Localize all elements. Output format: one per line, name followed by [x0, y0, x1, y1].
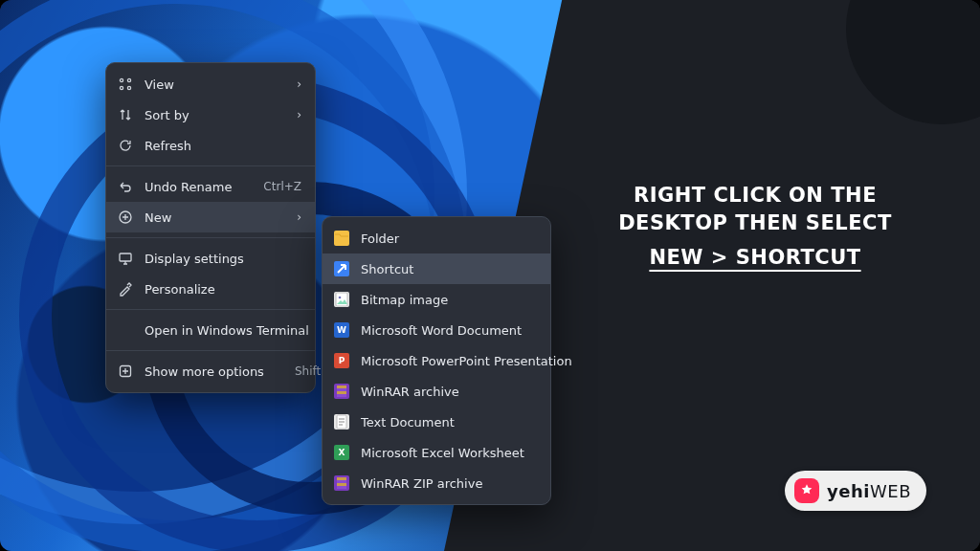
- brand-badge: yehiWEB: [785, 471, 926, 511]
- svg-point-1: [127, 78, 130, 81]
- svg-rect-5: [120, 253, 131, 261]
- undo-icon: [118, 179, 133, 194]
- menu-label: Undo Rename: [145, 180, 233, 194]
- text-document-icon: [334, 414, 349, 430]
- new-icon: [118, 209, 133, 225]
- svg-rect-14: [337, 477, 346, 480]
- more-options-icon: [118, 364, 133, 379]
- word-icon: W: [334, 322, 349, 338]
- menu-item-sort-by[interactable]: Sort by ›: [106, 99, 315, 130]
- submenu-label: Shortcut: [361, 262, 537, 276]
- menu-label: Open in Windows Terminal: [145, 323, 309, 338]
- submenu-item-folder[interactable]: Folder: [323, 223, 550, 253]
- display-icon: [118, 251, 133, 266]
- submenu-item-bitmap[interactable]: Bitmap image: [323, 284, 550, 315]
- submenu-label: Microsoft Word Document: [361, 323, 537, 338]
- menu-label: Sort by: [145, 108, 266, 122]
- menu-label: Display settings: [145, 252, 301, 266]
- submenu-item-word[interactable]: W Microsoft Word Document: [323, 315, 550, 345]
- chevron-right-icon: ›: [297, 210, 301, 224]
- submenu-label: Folder: [361, 231, 537, 246]
- menu-label: Personalize: [145, 282, 301, 297]
- menu-label: Show more options: [145, 364, 264, 379]
- instruction-text: RIGHT CLICK ON THE DESKTOP THEN SELECT N…: [597, 182, 913, 272]
- submenu-item-shortcut[interactable]: Shortcut: [323, 253, 550, 284]
- personalize-icon: [118, 281, 133, 297]
- menu-shortcut: Ctrl+Z: [263, 180, 301, 193]
- chevron-right-icon: ›: [297, 77, 301, 91]
- menu-item-undo-rename[interactable]: Undo Rename Ctrl+Z: [106, 171, 315, 202]
- bitmap-icon: [334, 292, 349, 307]
- submenu-label: WinRAR archive: [361, 385, 537, 399]
- instruction-line1: RIGHT CLICK ON THE: [634, 184, 877, 207]
- winrar-icon: [334, 384, 349, 399]
- svg-point-3: [127, 86, 130, 89]
- submenu-label: Microsoft PowerPoint Presentation: [361, 354, 572, 368]
- tutorial-card: View › Sort by › Refresh Undo Rename Ctr…: [0, 0, 980, 551]
- submenu-item-winrar-zip[interactable]: WinRAR ZIP archive: [323, 468, 550, 498]
- excel-icon: X: [334, 445, 349, 460]
- menu-item-open-terminal[interactable]: Open in Windows Terminal: [106, 315, 315, 345]
- sort-icon: [118, 107, 133, 122]
- submenu-item-text[interactable]: Text Document: [323, 407, 550, 437]
- refresh-icon: [118, 138, 133, 153]
- svg-point-0: [120, 78, 122, 81]
- desktop-context-menu: View › Sort by › Refresh Undo Rename Ctr…: [105, 62, 316, 393]
- blank-icon: [118, 322, 133, 338]
- svg-point-2: [120, 86, 122, 89]
- submenu-label: Bitmap image: [361, 293, 537, 307]
- svg-rect-11: [337, 391, 346, 394]
- submenu-item-excel[interactable]: X Microsoft Excel Worksheet: [323, 437, 550, 468]
- instruction-line2: DESKTOP THEN SELECT: [618, 211, 892, 234]
- folder-icon: [334, 231, 349, 246]
- menu-label: New: [145, 210, 266, 225]
- powerpoint-icon: P: [334, 353, 349, 368]
- menu-separator: [106, 165, 315, 166]
- menu-item-view[interactable]: View ›: [106, 69, 315, 99]
- menu-separator: [106, 237, 315, 238]
- instruction-emphasis: NEW > SHORTCUT: [649, 244, 860, 272]
- menu-item-personalize[interactable]: Personalize: [106, 274, 315, 304]
- menu-label: Refresh: [145, 139, 301, 153]
- svg-point-8: [339, 297, 342, 299]
- submenu-label: WinRAR ZIP archive: [361, 476, 537, 491]
- new-submenu: Folder Shortcut Bitmap image W Microsoft…: [322, 216, 551, 505]
- menu-item-show-more[interactable]: Show more options Shift+F10: [106, 356, 315, 386]
- submenu-item-powerpoint[interactable]: P Microsoft PowerPoint Presentation: [323, 345, 550, 376]
- chevron-right-icon: ›: [297, 108, 301, 121]
- svg-rect-15: [337, 483, 346, 486]
- brand-name: yehiWEB: [827, 481, 911, 501]
- submenu-item-winrar[interactable]: WinRAR archive: [323, 376, 550, 407]
- submenu-label: Text Document: [361, 415, 537, 430]
- view-grid-icon: [118, 77, 133, 92]
- menu-separator: [106, 309, 315, 310]
- menu-item-display-settings[interactable]: Display settings: [106, 243, 315, 274]
- brand-logo-icon: [794, 478, 819, 503]
- menu-item-refresh[interactable]: Refresh: [106, 130, 315, 161]
- svg-rect-10: [337, 386, 346, 388]
- shortcut-icon: [334, 261, 349, 276]
- submenu-label: Microsoft Excel Worksheet: [361, 446, 537, 460]
- menu-label: View: [145, 77, 266, 92]
- menu-item-new[interactable]: New ›: [106, 202, 315, 232]
- menu-separator: [106, 350, 315, 351]
- winrar-zip-icon: [334, 475, 349, 491]
